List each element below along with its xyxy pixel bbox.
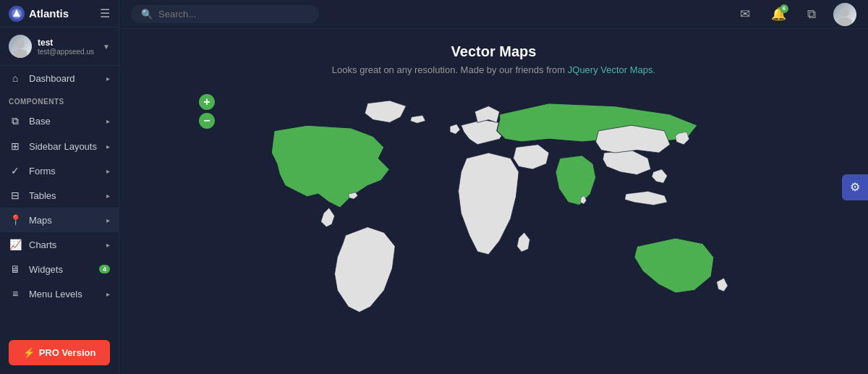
user-name: test xyxy=(38,38,97,48)
avatar xyxy=(9,35,32,58)
chart-icon: 📈 xyxy=(9,239,22,250)
page-subtitle: Looks great on any resolution. Made by o… xyxy=(332,64,655,75)
logo-icon xyxy=(9,6,25,22)
map-container: + − xyxy=(141,87,846,362)
chevron-right-icon: ▸ xyxy=(106,290,110,298)
zoom-out-button[interactable]: − xyxy=(199,113,215,129)
email-button[interactable]: ✉ xyxy=(733,3,757,26)
chevron-right-icon: ▸ xyxy=(106,143,110,150)
layers-button[interactable]: ⧉ xyxy=(800,3,823,26)
widgets-badge: 4 xyxy=(99,265,110,273)
sidebar-item-label: Charts xyxy=(29,239,99,250)
map-controls: + − xyxy=(199,94,215,129)
tables-icon: ⊟ xyxy=(9,190,22,201)
topbar: 🔍 ✉ 🔔 6 ⧉ xyxy=(119,0,868,29)
sidebar-header: Atlantis ☰ xyxy=(0,0,119,27)
menu-icon: ≡ xyxy=(9,288,22,299)
notifications-button[interactable]: 🔔 6 xyxy=(767,3,790,26)
pro-button-label: PRO Version xyxy=(39,347,96,358)
sidebar-item-tables[interactable]: ⊟ Tables ▸ xyxy=(0,183,119,208)
chevron-right-icon: ▸ xyxy=(106,75,110,82)
main-content: 🔍 ✉ 🔔 6 ⧉ Vector Maps Looks great on any… xyxy=(119,0,868,374)
sidebar-item-label: Maps xyxy=(29,215,99,226)
lightning-icon: ⚡ xyxy=(23,347,35,358)
map-pin-icon: 📍 xyxy=(9,214,22,226)
layers-icon: ⧉ xyxy=(807,7,816,22)
svg-point-3 xyxy=(841,8,849,17)
sidebar: Atlantis ☰ test test@appseed.us ▼ ⌂ Dash… xyxy=(0,0,119,374)
user-info: test test@appseed.us xyxy=(38,38,97,56)
email-icon: ✉ xyxy=(740,7,750,22)
sidebar-item-sidebar-layouts[interactable]: ⊞ Sidebar Layouts ▸ xyxy=(0,134,119,158)
chevron-right-icon: ▸ xyxy=(106,241,110,249)
svg-point-1 xyxy=(16,40,25,48)
layout-icon: ⊞ xyxy=(9,140,22,152)
user-chevron-icon: ▼ xyxy=(103,43,110,51)
sidebar-item-label: Forms xyxy=(29,166,99,177)
app-title: Atlantis xyxy=(29,7,69,20)
chevron-right-icon: ▸ xyxy=(106,117,110,125)
sidebar-item-widgets[interactable]: 🖥 Widgets 4 xyxy=(0,257,119,281)
sidebar-item-maps[interactable]: 📍 Maps ▸ xyxy=(0,208,119,232)
sidebar-logo: Atlantis xyxy=(9,6,69,22)
settings-icon: ⚙ xyxy=(850,180,860,194)
topbar-right: ✉ 🔔 6 ⧉ xyxy=(733,3,856,26)
hamburger-icon[interactable]: ☰ xyxy=(100,7,110,20)
page-title: Vector Maps xyxy=(451,43,537,60)
widgets-icon: 🖥 xyxy=(9,263,22,275)
sidebar-item-label: Base xyxy=(29,116,99,127)
sidebar-item-label: Menu Levels xyxy=(29,289,99,299)
sidebar-item-dashboard[interactable]: ⌂ Dashboard ▸ xyxy=(0,66,119,90)
jquery-vector-maps-link[interactable]: JQuery Vector Maps. xyxy=(568,64,655,75)
search-box[interactable]: 🔍 xyxy=(131,5,319,23)
sidebar-item-menu-levels[interactable]: ≡ Menu Levels ▸ xyxy=(0,281,119,306)
chevron-right-icon: ▸ xyxy=(106,192,110,200)
chevron-right-icon: ▸ xyxy=(106,216,110,224)
notification-badge: 6 xyxy=(780,4,788,13)
user-section[interactable]: test test@appseed.us ▼ xyxy=(0,27,119,66)
world-map xyxy=(197,87,791,362)
zoom-in-button[interactable]: + xyxy=(199,94,215,110)
components-section-label: COMPONENTS xyxy=(0,90,119,109)
chevron-right-icon: ▸ xyxy=(106,167,110,175)
sidebar-item-label: Tables xyxy=(29,190,99,201)
search-icon: 🔍 xyxy=(141,9,153,20)
sidebar-item-forms[interactable]: ✓ Forms ▸ xyxy=(0,158,119,183)
home-icon: ⌂ xyxy=(9,72,22,84)
sidebar-item-label: Dashboard xyxy=(29,73,99,84)
sidebar-item-charts[interactable]: 📈 Charts ▸ xyxy=(0,232,119,257)
search-input[interactable] xyxy=(158,9,303,20)
svg-point-4 xyxy=(838,17,852,26)
user-avatar-button[interactable] xyxy=(833,3,856,26)
settings-float-button[interactable]: ⚙ xyxy=(842,174,868,200)
svg-point-2 xyxy=(13,49,27,58)
sidebar-item-label: Widgets xyxy=(29,264,92,275)
sidebar-item-base[interactable]: ⧉ Base ▸ xyxy=(0,109,119,134)
forms-icon: ✓ xyxy=(9,165,22,177)
user-email: test@appseed.us xyxy=(38,48,97,56)
layers-icon: ⧉ xyxy=(9,115,22,127)
sidebar-item-label: Sidebar Layouts xyxy=(29,141,99,152)
page-content: Vector Maps Looks great on any resolutio… xyxy=(119,29,868,374)
pro-version-button[interactable]: ⚡ PRO Version xyxy=(9,340,110,365)
